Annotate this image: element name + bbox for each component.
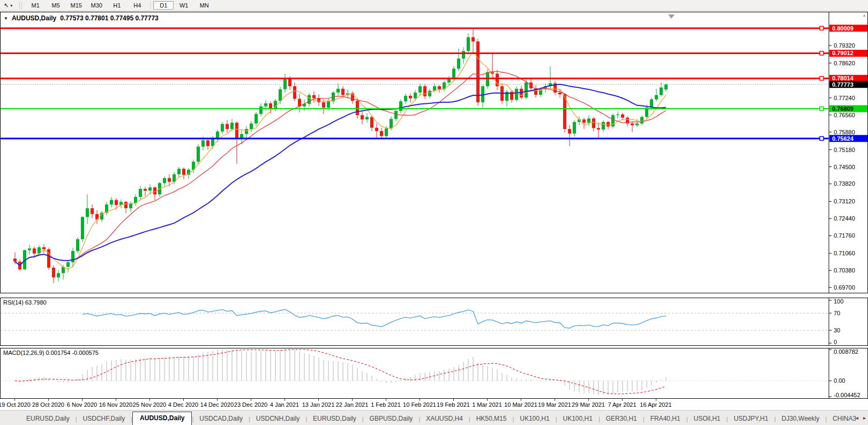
timeframe-button-d1[interactable]: D1	[153, 1, 174, 10]
macd-panel[interactable]: 0.0087820.00-0.004452	[0, 348, 868, 399]
candle-up	[28, 248, 31, 250]
date-label: 16 Apr 2021	[634, 401, 677, 408]
price-tag-label: 0.78014	[832, 75, 854, 81]
tab-dj30-weekly[interactable]: DJ30,Weekly	[776, 413, 825, 425]
hline-handle[interactable]	[820, 107, 824, 111]
macd-tick-label: -0.004452	[834, 392, 860, 398]
tab-audusd-daily[interactable]: AUDUSD,Daily	[132, 412, 192, 425]
candle-up	[414, 93, 417, 98]
date-tick	[285, 399, 285, 401]
tab-xauusd-h4[interactable]: XAUUSD,H4	[420, 413, 469, 425]
candle-down	[317, 98, 320, 103]
candle-up	[457, 59, 460, 69]
tab-usoil-h1[interactable]: USOil,H1	[688, 413, 727, 425]
tab-china300-h1[interactable]: CHINA300,H1	[827, 413, 856, 425]
timeframe-button-h4[interactable]: H4	[127, 1, 147, 10]
candle-up	[201, 140, 205, 147]
macd-signal-line	[15, 350, 666, 394]
axis-scroll-up-icon[interactable]: ▴	[863, 13, 865, 18]
tab-eurusd-daily[interactable]: EURUSD,Daily	[307, 413, 362, 425]
candle-down	[124, 202, 128, 208]
collapse-triangle-icon[interactable]: ▼	[4, 16, 8, 21]
date-tick	[386, 399, 386, 401]
candle-up	[148, 187, 152, 191]
candle-up	[250, 124, 253, 129]
tab-gbpusd-daily[interactable]: GBPUSD,Daily	[364, 413, 419, 425]
tab-uk100-h1[interactable]: UK100,H1	[514, 413, 555, 425]
toolbar-grip-handle[interactable]	[19, 2, 22, 9]
candle-up	[255, 114, 258, 124]
candle-down	[597, 128, 600, 130]
date-tick	[116, 399, 116, 401]
candle-down	[438, 86, 441, 89]
candle-down	[621, 115, 624, 118]
tab-usdjpy-h1[interactable]: USDJPY,H1	[728, 413, 774, 425]
tab-usdcnh-daily[interactable]: USDCNH,Daily	[250, 413, 305, 425]
candle-up	[462, 51, 465, 58]
candle-up	[197, 147, 200, 162]
chart-tabs: EURUSD,Daily|USDCHF,Daily|AUDUSD,Daily|U…	[0, 411, 856, 425]
candle-down	[409, 96, 412, 98]
candle-up	[525, 82, 528, 97]
price-tag-label: 0.76809	[832, 105, 854, 112]
tab-ger30-h1[interactable]: GER30,H1	[600, 413, 643, 425]
date-tick	[217, 399, 218, 401]
rsi-panel[interactable]: 10070300	[0, 298, 868, 346]
rsi-tick-label: 100	[834, 298, 843, 305]
candle-down	[476, 42, 480, 103]
candle-up	[308, 95, 311, 104]
timeframe-button-m1[interactable]: M1	[25, 1, 46, 10]
hline-handle[interactable]	[820, 51, 824, 55]
tab-uk100-h1[interactable]: UK100,H1	[557, 413, 598, 425]
candle-up	[390, 119, 393, 128]
candle-down	[182, 169, 185, 174]
timeframe-button-mn[interactable]: MN	[194, 1, 214, 10]
candle-up	[283, 79, 287, 89]
tab-fra40-h1[interactable]: FRA40,H1	[645, 413, 686, 425]
candle-down	[206, 140, 209, 146]
candle-down	[356, 101, 359, 115]
candle-down	[52, 268, 55, 277]
hline-handle[interactable]	[820, 136, 824, 140]
cursor-tool-button[interactable]: ↖ ▾	[0, 1, 16, 10]
candle-up	[264, 103, 267, 107]
price-tick-label: 0.73120	[834, 198, 855, 204]
candle-up	[394, 111, 398, 119]
timeframe-button-m30[interactable]: M30	[86, 1, 107, 10]
rsi-chart[interactable]: 10070300	[1, 298, 867, 345]
candle-up	[163, 178, 166, 183]
date-tick	[48, 399, 49, 401]
rsi-indicator-label: RSI(14) 63.7980	[3, 299, 47, 306]
tab-usdchf-daily[interactable]: USDCHF,Daily	[77, 413, 131, 425]
tab-scroll-right-button[interactable]: ▸	[863, 415, 866, 421]
candle-down	[33, 248, 36, 253]
timeframe-button-h1[interactable]: H1	[107, 1, 127, 10]
date-tick	[420, 399, 420, 401]
candle-down	[380, 131, 383, 136]
date-axis[interactable]: 19 Oct 202028 Oct 20206 Nov 202016 Nov 2…	[0, 399, 868, 410]
macd-chart[interactable]: 0.0087820.00-0.004452	[1, 348, 867, 398]
macd-tick-label: 0.00	[834, 377, 845, 384]
candle-up	[86, 208, 89, 217]
candle-up	[336, 89, 340, 93]
price-tick-label: 0.77240	[834, 95, 855, 101]
main-chart-panel[interactable]: 0.793200.786200.772400.765600.758800.751…	[0, 12, 868, 293]
hline-handle[interactable]	[820, 26, 824, 30]
price-tick-label: 0.72440	[834, 215, 855, 222]
tab-hk50-m15[interactable]: HK50,M15	[470, 413, 513, 425]
timeframe-button-m15[interactable]: M15	[66, 1, 86, 10]
tab-usdcad-daily[interactable]: USDCAD,Daily	[193, 413, 249, 425]
date-tick	[453, 399, 454, 401]
candle-up	[365, 117, 369, 120]
timeframe-button-w1[interactable]: W1	[174, 1, 194, 10]
tab-scroll-left-button[interactable]: ◂	[856, 415, 858, 421]
candle-up	[655, 95, 658, 100]
tab-eurusd-daily[interactable]: EURUSD,Daily	[20, 413, 76, 425]
hline-handle[interactable]	[820, 77, 824, 80]
candle-down	[568, 129, 571, 134]
rsi-line	[83, 309, 666, 328]
cursor-icon: ↖	[4, 2, 9, 9]
main-chart[interactable]: 0.793200.786200.772400.765600.758800.751…	[1, 12, 867, 293]
candle-down	[13, 259, 17, 262]
timeframe-button-m5[interactable]: M5	[46, 1, 66, 10]
